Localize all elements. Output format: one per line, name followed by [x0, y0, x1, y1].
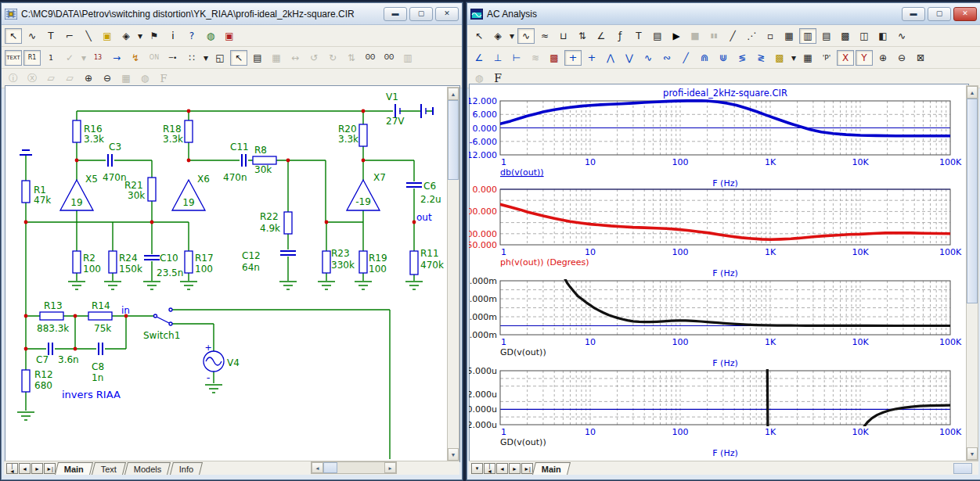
scroll-up-button[interactable]: ▲	[448, 88, 459, 100]
info-tool[interactable]: i	[164, 28, 182, 44]
go-to-x-tool[interactable]: ▩	[771, 50, 788, 66]
scroll-up-button[interactable]: ▲	[967, 86, 978, 99]
grid-tool[interactable]: ∷	[183, 50, 200, 66]
maximize-button[interactable]: ▢	[409, 7, 433, 21]
shapes-tool[interactable]: ◈	[117, 28, 135, 44]
vscroll-thumb[interactable]	[448, 100, 459, 180]
horizontal-cursor-tool[interactable]: ⊢	[508, 50, 525, 66]
tab-main[interactable]: Main	[532, 462, 571, 475]
x-axis-settings-tool[interactable]: X	[837, 50, 854, 66]
component-tool[interactable]: ▣	[99, 28, 116, 44]
plot-area[interactable]: 12.0006.0000.000-6.000-12.0001101001K10K…	[469, 86, 967, 460]
node-snap-tool[interactable]: ─•	[164, 50, 182, 66]
show-currents-tool[interactable]: →	[108, 50, 125, 66]
data-points-tool[interactable]: ▦	[780, 28, 798, 44]
dense-grid-tool[interactable]: ▩	[837, 28, 854, 44]
wires[interactable]	[17, 111, 433, 459]
show-values-tool[interactable]: R1	[23, 50, 41, 66]
scroll-down-button[interactable]: ▼	[967, 447, 978, 460]
next-page-button[interactable]: ►	[509, 463, 521, 474]
global-high-tool[interactable]: ⋒	[696, 50, 713, 66]
hscroll-thumb[interactable]	[953, 463, 972, 474]
y-axis-settings-tool[interactable]: Y	[856, 50, 873, 66]
ortho-wire-tool[interactable]: ⌐	[61, 28, 78, 44]
run-button[interactable]: ▶	[668, 28, 685, 44]
find-next-tool[interactable]: ʘʘ	[380, 50, 398, 66]
minimize-button[interactable]: ▬	[902, 7, 925, 21]
columns-tool[interactable]: ◫	[856, 28, 873, 44]
vertical-tag-tool[interactable]: ⇅	[574, 28, 591, 44]
prev-page-button[interactable]: ◄	[496, 463, 508, 474]
analysis-titlebar[interactable]: AC Analysis ▬ ▢ ✕	[467, 3, 980, 25]
close-button[interactable]: ✕	[953, 7, 977, 21]
vertical-cursor-tool[interactable]: ⊥	[489, 50, 506, 66]
global-low-tool[interactable]: ⋓	[715, 50, 732, 66]
hscroll-thumb[interactable]	[323, 462, 337, 473]
numeric-output-tool[interactable]: ▦	[799, 50, 816, 66]
top-tool[interactable]: ≷	[752, 50, 769, 66]
tab-main[interactable]: Main	[55, 462, 93, 475]
find-tool[interactable]: ʘʘ	[362, 50, 379, 66]
select-tool[interactable]: ↖	[5, 28, 22, 44]
signal-label[interactable]: db(v(out))	[500, 167, 544, 178]
cursor-right-tool[interactable]: +	[583, 50, 600, 66]
line-tool[interactable]: ╱	[724, 28, 741, 44]
properties-tool[interactable]: ▤	[649, 28, 666, 44]
inflection-tool[interactable]: ╱	[677, 50, 694, 66]
prev-page-button[interactable]: ◄	[19, 463, 31, 474]
shapes-dropdown[interactable]: ▾	[508, 28, 516, 44]
help-mode-tool[interactable]: ?	[183, 28, 200, 44]
polyline-tool[interactable]: ⋰	[743, 28, 760, 44]
zoom-in-tool[interactable]: ⊕	[874, 50, 892, 66]
minimize-button[interactable]: ▬	[384, 7, 407, 21]
last-page-button[interactable]: ►|	[44, 463, 56, 474]
text-attributes-tool[interactable]: TEXT	[5, 50, 22, 66]
line-tool[interactable]: ╲	[80, 28, 97, 44]
analysis-vscrollbar[interactable]: ▲ ▼	[966, 85, 978, 461]
select-area-tool[interactable]: ▫	[762, 28, 779, 44]
signal-label[interactable]: GD(v(out))	[500, 437, 546, 447]
last-page-button[interactable]: ►|	[521, 463, 533, 474]
scroll-right-button[interactable]: ►	[384, 462, 396, 473]
properties-tool[interactable]: ▤	[249, 50, 266, 66]
valley-tool[interactable]: ⋁	[621, 50, 638, 66]
error-icon[interactable]: ▣	[221, 28, 238, 44]
signal-label[interactable]: GD(v(out))	[500, 347, 546, 357]
cursor-left-tool[interactable]: +	[564, 50, 582, 66]
horizontal-stripes-tool[interactable]: ▤	[818, 28, 835, 44]
schematic-titlebar[interactable]: C:\MC9\DATA\Petrov\switching distortion\…	[2, 3, 462, 25]
zoom-in-tool[interactable]: ⊕	[80, 70, 97, 86]
wire-mode-tool[interactable]: ∿	[23, 28, 41, 44]
show-pin-numbers-tool[interactable]: 13	[89, 50, 106, 66]
next-page-button[interactable]: ►	[31, 463, 43, 474]
shapes-dropdown[interactable]: ▾	[136, 28, 144, 44]
slope-tag-tool[interactable]: ∠	[593, 28, 610, 44]
zoom-out-tool[interactable]: ⊖	[99, 70, 116, 86]
schematic-canvas[interactable]: R16 3.3k R18 3.3k R20 3.3k V1 27V C3 470…	[7, 88, 452, 460]
pages-dropdown[interactable]: ▾	[471, 463, 483, 474]
scope-mode-tool[interactable]: ∿	[517, 28, 535, 44]
tab-info[interactable]: Info	[170, 462, 203, 475]
trace-tool[interactable]: ∿	[893, 28, 910, 44]
snap-cursor-tool[interactable]: ↖	[230, 50, 247, 66]
schematic-hscrollbar[interactable]: ◄ ►	[311, 461, 397, 474]
scroll-left-button[interactable]: ◄	[312, 462, 323, 473]
show-power-tool[interactable]: ↯	[127, 50, 144, 66]
text-tool[interactable]: T	[42, 28, 59, 44]
tab-models[interactable]: Models	[124, 462, 171, 475]
plot-properties-tool[interactable]: ▩	[546, 50, 563, 66]
vscroll-thumb[interactable]	[967, 99, 978, 303]
zoom-out-tool[interactable]: ⊖	[893, 50, 910, 66]
high-tool[interactable]: ∿	[640, 50, 657, 66]
horizontal-tag-tool[interactable]: ⊔	[555, 28, 572, 44]
go-to-performance-tool[interactable]: 'P'	[818, 50, 835, 66]
tab-text[interactable]: Text	[92, 462, 126, 475]
peak-tool[interactable]: ⋀	[602, 50, 619, 66]
shapes-tool[interactable]: ◈	[489, 28, 506, 44]
go-to-dropdown[interactable]: ▾	[790, 50, 798, 66]
schematic-vscrollbar[interactable]: ▲ ▼	[447, 87, 459, 461]
browser-icon[interactable]: ◍	[202, 28, 219, 44]
show-node-numbers-tool[interactable]: 1	[42, 50, 59, 66]
flag-tool[interactable]: ⚑	[146, 28, 163, 44]
split-window-tool[interactable]: ◱	[211, 50, 229, 66]
